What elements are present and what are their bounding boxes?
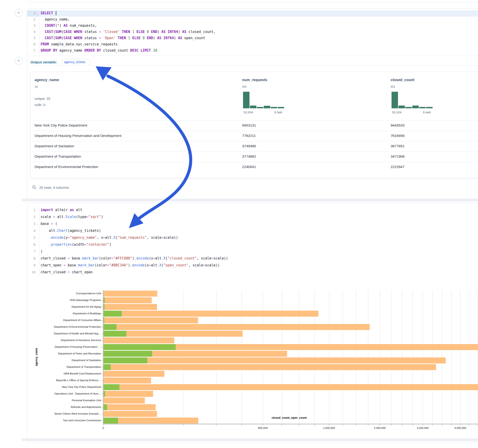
code-text: .encode(y="agency_name", x=alt.X("num_re… [41, 236, 178, 240]
search-icon[interactable] [32, 185, 37, 190]
code-line[interactable]: 10chart_closed + chart_open [27, 269, 478, 276]
code-line[interactable]: 8chart_closed = base.mark_bar(color="#FF… [27, 255, 478, 262]
chart-x-axis-title: closed_count, open_count [272, 416, 307, 419]
code-text: GROUP BY agency_name ORDER BY closed_cou… [41, 48, 157, 53]
column-type: str [35, 85, 38, 88]
bar-closed [104, 337, 174, 343]
y-axis-tick [102, 300, 103, 300]
altair-chart: agency_name closed_count, open_count Cor… [27, 279, 478, 431]
y-axis-tick [102, 374, 103, 374]
bar-open [104, 351, 152, 357]
add-cell-button-output[interactable]: + [15, 57, 23, 65]
table-row[interactable]: New York City Police Department945313194… [31, 120, 478, 131]
y-axis-label: Department for the Aging [32, 305, 101, 308]
bar-closed [104, 357, 446, 363]
table-row[interactable]: Department of Housing Preservation and D… [31, 131, 478, 141]
code-text: scale = alt.Scale(type="sqrt") [41, 215, 103, 219]
table-cell: 7782211 [242, 134, 256, 138]
table-cell: 2222847 [391, 165, 404, 169]
sql-editor[interactable]: 1⌄SELECT 2 agency_name,3 COUNT(*) AS num… [27, 8, 478, 57]
line-number: 4 [27, 229, 36, 232]
add-cell-button-top[interactable]: + [15, 9, 23, 17]
x-axis-tick [183, 424, 183, 426]
gridline [451, 290, 452, 424]
output-variable-pill[interactable]: agency_tickets [62, 59, 90, 65]
code-text: alt.Chart(agency_tickets) [41, 229, 101, 233]
y-axis-label: Mayorâ€ s Office of Special Enforce… [32, 379, 101, 382]
x-axis-tick [299, 424, 299, 426]
x-axis-tick [368, 424, 368, 426]
code-line[interactable]: 1import altair as alt [27, 207, 478, 214]
bar-closed [104, 324, 370, 330]
bar-open [104, 324, 116, 330]
code-line[interactable]: 3 COUNT(*) AS num_requests, [27, 23, 478, 29]
column-type: i64 [391, 85, 395, 88]
code-line[interactable]: 4 alt.Chart(agency_tickets) [27, 228, 478, 235]
table-row[interactable]: Department of Environmental Protection22… [31, 162, 478, 172]
bar-open [104, 311, 122, 317]
y-axis-label: Department of Housing Preservation … [32, 345, 101, 348]
y-axis-label: Senior Citizen Rent Increase Exempti… [32, 412, 101, 415]
y-axis-tick [102, 347, 103, 347]
table-cell: 2240041 [242, 165, 256, 169]
table-cell: Department of Housing Preservation and D… [35, 134, 121, 138]
bar-closed [104, 398, 145, 404]
table-cell: 9453131 [242, 123, 256, 127]
code-line[interactable]: 9chart_open = base.mark_bar(color="#8BC3… [27, 262, 478, 269]
code-line[interactable]: 5 .encode(y="agency_name", x=alt.X("num_… [27, 235, 478, 242]
bar-open [104, 297, 105, 303]
y-axis-tick [102, 414, 103, 414]
code-line[interactable]: 1⌄SELECT [27, 10, 478, 17]
y-axis-label: Department of Consumer Affairs [32, 319, 101, 322]
divider [27, 56, 478, 56]
code-line[interactable]: 5 CAST(SUM(CASE WHEN status = 'Open' THE… [27, 35, 478, 42]
column-histogram [391, 91, 433, 108]
table-cell: 3749485 [242, 144, 256, 148]
x-axis-tick [460, 424, 460, 426]
gridline [356, 290, 356, 424]
output-variable-label: Output variable: [31, 60, 57, 64]
table-row[interactable]: Department of Transportation377489234719… [31, 151, 478, 162]
code-line[interactable]: 7GROUP BY agency_name ORDER BY closed_co… [27, 48, 478, 54]
column-header[interactable]: num_requests [242, 78, 267, 82]
python-editor[interactable]: 1import altair as alt2scale = alt.Scale(… [27, 203, 478, 277]
code-text: chart_closed + chart_open [41, 270, 93, 274]
code-text: FROM sample_data.nyc.service_requests [41, 42, 118, 46]
y-axis-tick [102, 340, 103, 341]
code-text: import altair as alt [41, 208, 82, 212]
x-axis-tick [423, 424, 423, 426]
histogram-min-label: 53,304 [392, 111, 402, 114]
code-text: chart_open = base.mark_bar(color="#8BC34… [41, 263, 220, 267]
y-axis-line [103, 290, 103, 424]
code-line[interactable]: 6 .properties(width="container") [27, 242, 478, 249]
bar-closed [104, 311, 318, 317]
line-number: 10 [27, 270, 36, 274]
bar-closed [104, 378, 151, 384]
column-header[interactable]: agency_name [35, 78, 59, 82]
code-line[interactable]: 2 agency_name, [27, 17, 478, 23]
code-line[interactable]: 3⌄base = ( [27, 221, 478, 228]
table-row[interactable]: Department of Sanitation37494853677651 [31, 141, 478, 152]
python-cell: 1import altair as alt2scale = alt.Scale(… [27, 203, 478, 439]
code-line[interactable]: 6FROM sample_data.nyc.service_requests [27, 42, 478, 48]
line-number: 6 [27, 243, 36, 246]
table-cell: 7618456 [391, 134, 404, 138]
gridline [282, 290, 282, 424]
bar-open [104, 417, 118, 423]
code-text: .properties(width="container") [41, 243, 111, 247]
line-number: 4 [27, 30, 36, 34]
code-line[interactable]: 7) [27, 249, 478, 255]
code-line[interactable]: 4 CAST(SUM(CASE WHEN status = 'Closed' T… [27, 29, 478, 35]
divider [27, 65, 478, 65]
y-axis-tick [102, 307, 103, 307]
gridline [314, 290, 315, 424]
y-axis-label: Department of Environmental Protection [32, 325, 101, 328]
code-line[interactable]: 2scale = alt.Scale(type="sqrt") [27, 214, 478, 221]
column-header[interactable]: closed_count [391, 78, 414, 82]
y-axis-label: HRA Benefit Card Replacement [32, 372, 101, 375]
x-axis-tick-label: 1,600,000 [314, 427, 344, 429]
gridline [263, 290, 263, 424]
y-axis-label: Personal Exemption Unit [32, 399, 101, 402]
line-number: 7 [27, 249, 36, 253]
table-row-count: 20 rows, 4 columns [39, 186, 69, 189]
